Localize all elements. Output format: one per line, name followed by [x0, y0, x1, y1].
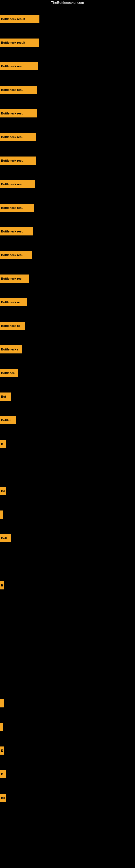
bottleneck-bar-label-12: Bottleneck res: [1, 277, 21, 280]
bottleneck-bar-2[interactable]: Bottleneck result: [0, 38, 39, 46]
bottleneck-bar-8[interactable]: Bottleneck resu: [0, 180, 35, 188]
bottleneck-bar-label-7: Bottleneck resu: [1, 159, 24, 162]
bottleneck-bar-26[interactable]: E: [0, 746, 4, 755]
bottleneck-bar-label-6: Bottleneck resu: [1, 135, 24, 138]
bottleneck-bar-label-13: Bottleneck re: [1, 301, 20, 304]
bottleneck-bar-27[interactable]: B: [0, 770, 6, 778]
bottleneck-bar-label-19: B: [1, 442, 3, 445]
bottleneck-bar-label-26: E: [1, 749, 3, 752]
bottleneck-bar-label-1: Bottleneck result: [1, 18, 25, 21]
bottleneck-bar-3[interactable]: Bottleneck resu: [0, 62, 38, 70]
bottleneck-bar-5[interactable]: Bottleneck resu: [0, 109, 37, 118]
bottleneck-bar-4[interactable]: Bottleneck resu: [0, 86, 37, 94]
bottleneck-bar-label-23: E: [1, 584, 3, 587]
bottleneck-bar-12[interactable]: Bottleneck res: [0, 275, 29, 283]
bottleneck-bar-label-27: B: [1, 773, 3, 776]
bottleneck-bar-18[interactable]: Bottlen: [0, 416, 16, 424]
bottleneck-bar-1[interactable]: Bottleneck result: [0, 15, 39, 23]
bottleneck-bar-11[interactable]: Bottleneck resu: [0, 251, 32, 259]
bottleneck-bar-label-8: Bottleneck resu: [1, 183, 24, 186]
bottleneck-bar-23[interactable]: E: [0, 581, 4, 589]
bottleneck-bar-9[interactable]: Bottleneck resu: [0, 204, 34, 212]
bottleneck-bar-label-22: Bott: [1, 536, 7, 540]
bottleneck-bar-22[interactable]: Bott: [0, 534, 11, 542]
bottleneck-bar-7[interactable]: Bottleneck resu: [0, 156, 36, 165]
bottleneck-bar-19[interactable]: B: [0, 440, 6, 448]
bottleneck-bar-label-9: Bottleneck resu: [1, 206, 24, 209]
bottleneck-bar-20[interactable]: Bo: [0, 487, 6, 495]
bottleneck-bar-label-2: Bottleneck result: [1, 41, 25, 44]
bottleneck-bar-label-16: Bottlenec: [1, 371, 14, 375]
bottleneck-bar-label-4: Bottleneck resu: [1, 88, 24, 91]
bottleneck-bar-13[interactable]: Bottleneck re: [0, 298, 27, 306]
bottleneck-bar-28[interactable]: Bo: [0, 794, 6, 802]
bottleneck-bar-label-10: Bottleneck resu: [1, 230, 24, 233]
bottleneck-bar-24[interactable]: [0, 699, 4, 707]
bottleneck-bar-17[interactable]: Bot: [0, 393, 11, 401]
bottleneck-bar-label-5: Bottleneck resu: [1, 112, 24, 115]
bottleneck-bar-label-20: Bo: [1, 489, 5, 493]
bottleneck-bar-label-3: Bottleneck resu: [1, 65, 24, 68]
bottleneck-bar-label-14: Bottleneck re: [1, 324, 20, 328]
bottleneck-bar-14[interactable]: Bottleneck re: [0, 322, 25, 330]
bottleneck-bar-25[interactable]: [0, 723, 3, 731]
bottleneck-bar-label-17: Bot: [1, 395, 6, 398]
bottleneck-bar-label-15: Bottleneck r: [1, 348, 18, 351]
bottleneck-bar-label-18: Bottlen: [1, 418, 11, 422]
bottleneck-bar-10[interactable]: Bottleneck resu: [0, 227, 33, 236]
bottleneck-bar-6[interactable]: Bottleneck resu: [0, 133, 36, 141]
bottleneck-bar-21[interactable]: [0, 510, 3, 519]
site-title: TheBottlenecker.com: [0, 0, 135, 5]
bottleneck-bar-15[interactable]: Bottleneck r: [0, 345, 22, 353]
bottleneck-bar-label-28: Bo: [1, 796, 5, 799]
bottleneck-bar-label-11: Bottleneck resu: [1, 253, 24, 257]
bottleneck-bar-16[interactable]: Bottlenec: [0, 369, 18, 377]
